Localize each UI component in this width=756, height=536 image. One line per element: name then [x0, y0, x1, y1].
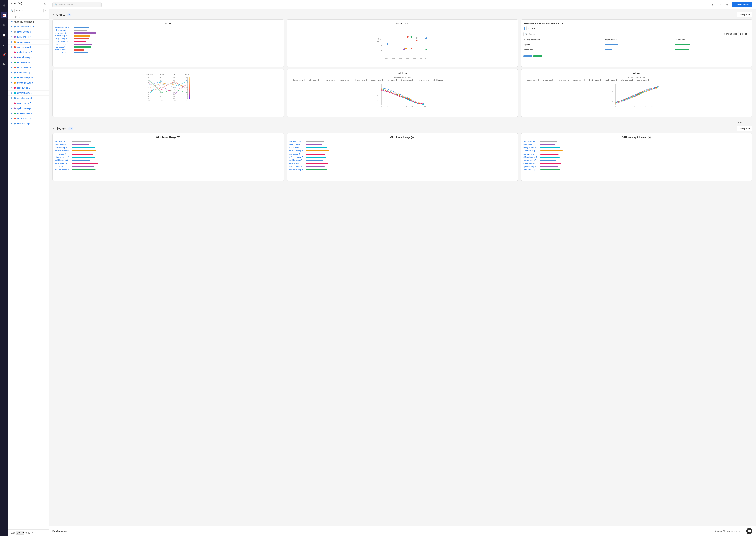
top-bar: 🔍 Search panels ✕ ⊞ ∿ ⚙ Create report: [49, 0, 756, 9]
rocket-icon[interactable]: 🚀: [1, 51, 7, 58]
param-pag-of: of 4: [745, 33, 748, 35]
pagination-range: 1-20: [11, 532, 15, 534]
param-importance-cell: [604, 42, 674, 47]
run-item[interactable]: 👁 stilted-sweep-1: [9, 121, 49, 126]
svg-text:4: 4: [628, 106, 629, 107]
charts-prev-btn[interactable]: ‹: [745, 121, 748, 125]
system-bar-label: rosy-sweep-8: [289, 153, 305, 155]
system-section-title-row[interactable]: ▼ System 14: [52, 127, 73, 130]
run-item[interactable]: 👁 sleek-sweep-2: [9, 65, 49, 70]
run-item[interactable]: 👁 radiant-sweep-5: [9, 50, 49, 55]
run-item[interactable]: 👁 radiant-sweep-1: [9, 70, 49, 75]
run-dot: [14, 102, 16, 104]
svg-text:0.03: 0.03: [173, 94, 175, 95]
grid-view-icon[interactable]: ⊞: [44, 2, 46, 5]
run-item[interactable]: 👁 silver-sweep-9: [9, 29, 49, 34]
runs-tools: ⚡ ⊟ ↕: [9, 15, 49, 19]
svg-text:0: 0: [612, 104, 613, 105]
score-bar: [74, 49, 84, 50]
run-item[interactable]: 👁 lively-sweep-8: [9, 34, 49, 40]
run-item[interactable]: 👁 warm-sweep-2: [9, 116, 49, 121]
sort-icon[interactable]: ↕: [19, 16, 20, 18]
crosshair-icon[interactable]: ✕: [702, 2, 708, 7]
database-icon[interactable]: 🗄: [1, 61, 7, 68]
system-bar: [540, 166, 558, 167]
run-item[interactable]: 👁 devoted-sweep-9: [9, 80, 49, 85]
svg-text:0.02: 0.02: [173, 96, 175, 97]
clear-search-icon[interactable]: ✕: [45, 10, 47, 12]
param-row: batch_size: [523, 47, 750, 52]
run-item[interactable]: 👁 eager-sweep-5: [9, 101, 49, 106]
svg-text:10: 10: [411, 106, 413, 107]
bottom-bar: My Workspace ⋯ Updated 48 minutes ago ↩ …: [49, 526, 756, 536]
chart-icon[interactable]: 📈: [1, 12, 7, 18]
svg-text:25: 25: [148, 96, 149, 97]
run-list: 👁 wobbly-sweep-10 👁 silver-sweep-9 👁 liv…: [9, 24, 49, 529]
param-name: epochs: [523, 42, 604, 47]
chart-settings-icon[interactable]: ∿: [717, 2, 723, 7]
home-icon[interactable]: ⊙: [1, 2, 7, 9]
redo-icon[interactable]: ↪: [743, 530, 744, 532]
param-pag-nav-next[interactable]: ›: [749, 33, 750, 35]
charts-section-title-row[interactable]: ▼ Charts 9: [52, 13, 71, 17]
pagination-total: of 49: [25, 532, 30, 534]
settings-icon[interactable]: ⚙: [724, 2, 730, 7]
run-item[interactable]: 👁 different-sweep-7: [9, 90, 49, 96]
score-bar: [74, 35, 90, 37]
run-item[interactable]: 👁 rosy-sweep-8: [9, 85, 49, 90]
prev-page-btn[interactable]: ‹: [31, 531, 33, 534]
run-item[interactable]: 👁 kind-sweep-3: [9, 60, 49, 65]
run-item[interactable]: 👁 apricot-sweep-4: [9, 106, 49, 111]
system-bar-label: different-sweep-7: [289, 156, 305, 158]
table-icon[interactable]: ⊞: [1, 22, 7, 28]
per-page-select[interactable]: 2050100: [16, 531, 24, 535]
run-item[interactable]: 👁 wobbly-sweep-10: [9, 24, 49, 29]
bottom-actions: Updated 48 minutes ago ↩ ↪ 💬: [714, 528, 752, 534]
charts-add-panel-button[interactable]: Add panel: [737, 12, 752, 17]
run-dot: [14, 36, 16, 38]
svg-text:0: 0: [377, 100, 378, 101]
legend-dot: [305, 80, 308, 80]
run-name: eternal-sweep-4: [17, 56, 47, 58]
workspace-label: My Workspace: [52, 530, 67, 532]
run-item[interactable]: 👁 comfy-sweep-10: [9, 75, 49, 80]
param-filter-btn[interactable]: ⚙ Parameters: [722, 32, 739, 36]
system-add-panel-button[interactable]: Add panel: [737, 126, 752, 131]
svg-point-18: [407, 36, 409, 38]
panel-search[interactable]: 🔍 Search panels: [52, 2, 102, 7]
columns-icon[interactable]: ⊟: [15, 16, 17, 18]
undo-icon[interactable]: ↩: [739, 530, 741, 532]
legend-dot: [523, 80, 526, 80]
system-bar-item: lively-sweep-8: [523, 144, 750, 146]
run-item[interactable]: 👁 ethereal-sweep-3: [9, 111, 49, 116]
run-item[interactable]: 👁 eternal-sweep-4: [9, 55, 49, 60]
run-item[interactable]: 👁 wobbly-sweep-6: [9, 96, 49, 101]
run-item[interactable]: 👁 sunny-sweep-7: [9, 40, 49, 45]
runs-search: 🔍 ✕: [9, 7, 49, 15]
param-table: Config parameter Importance ⓘ ↓ Correlat…: [523, 37, 750, 52]
svg-text:0.50: 0.50: [186, 96, 188, 97]
epoch-selector[interactable]: epoch ▼: [526, 26, 540, 30]
legend-item: fallen-sweep-3: [540, 79, 553, 81]
run-dot: [14, 108, 16, 109]
brush-icon[interactable]: 🖌: [1, 42, 7, 48]
param-search[interactable]: 🔍 Search: [523, 32, 721, 36]
filter-icon[interactable]: ⚡: [11, 16, 14, 18]
run-item[interactable]: 👁 swept-sweep-6: [9, 45, 49, 50]
create-report-button[interactable]: Create report: [732, 2, 752, 7]
chat-button[interactable]: 💬: [746, 528, 752, 534]
workspace-options-icon[interactable]: ⋯: [69, 530, 71, 532]
val-acc-title: val_acc: [523, 72, 750, 75]
next-page-btn[interactable]: ›: [34, 531, 37, 534]
score-item: silver-sweep-9: [55, 29, 282, 31]
system-bar: [540, 151, 563, 151]
gpu-memory-list: silver-sweep-9 lively-sweep-8 comfy-swee…: [523, 140, 750, 171]
system-bar: [306, 169, 327, 170]
gpu-power-pct-list: silver-sweep-9 lively-sweep-8 comfy-swee…: [289, 140, 516, 171]
param-pag-nav-prev[interactable]: ‹: [743, 33, 744, 35]
layers-icon[interactable]: ⊞: [709, 2, 715, 7]
charts-next-btn[interactable]: ›: [750, 121, 752, 125]
runs-search-input[interactable]: [15, 9, 44, 13]
val-loss-subtitle: Showing first 10 runs: [289, 76, 516, 79]
notes-icon[interactable]: 📋: [1, 32, 7, 38]
